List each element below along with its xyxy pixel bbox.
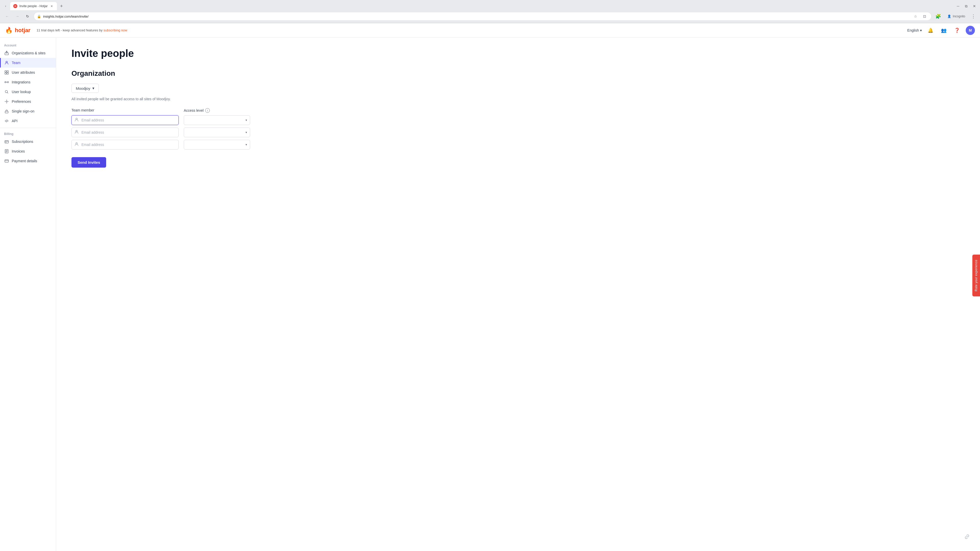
- svg-rect-6: [5, 73, 6, 74]
- user-lookup-label: User lookup: [12, 90, 31, 94]
- organizations-label: Organizations & sites: [12, 51, 45, 55]
- organization-dropdown[interactable]: Moodjoy ▾: [72, 84, 99, 93]
- share-link-button[interactable]: [964, 534, 970, 541]
- sidebar-divider: [0, 128, 56, 128]
- send-invites-button[interactable]: Send Invites: [72, 157, 106, 168]
- sidebar-item-subscriptions[interactable]: Subscriptions: [0, 137, 56, 146]
- sidebar-item-user-attributes[interactable]: User attributes: [0, 68, 56, 77]
- email-input-wrap-3: [72, 140, 179, 149]
- address-bar[interactable]: 🔒 insights.hotjar.com/team/invite/ ☆ ⊡: [34, 12, 932, 21]
- chevron-down-icon: ▾: [920, 28, 922, 32]
- invoices-label: Invoices: [12, 149, 25, 153]
- tab-bar: ‹ H Invite people - Hotjar ✕ + ─ ⧉ ✕: [0, 0, 980, 10]
- help-button[interactable]: ❓: [953, 26, 962, 35]
- svg-point-18: [76, 143, 77, 144]
- invite-row: Admin Member Viewer ▾: [72, 140, 250, 149]
- integrations-label: Integrations: [12, 80, 30, 84]
- subscribe-link[interactable]: subscribing now: [103, 28, 127, 32]
- sidebar-item-single-sign-on[interactable]: Single sign-on: [0, 106, 56, 116]
- header-actions: English ▾ 🔔 👥 ❓ M: [907, 26, 975, 35]
- svg-point-17: [76, 130, 77, 132]
- billing-section-label: Billing: [0, 130, 56, 137]
- svg-point-11: [6, 101, 7, 102]
- sidebar-item-organizations[interactable]: Organizations & sites: [0, 48, 56, 58]
- email-input-3[interactable]: [72, 140, 179, 149]
- subscriptions-label: Subscriptions: [12, 140, 33, 144]
- subscriptions-icon: [4, 139, 9, 144]
- svg-rect-15: [5, 160, 8, 162]
- lock-icon: 🔒: [37, 14, 41, 18]
- invoices-icon: [4, 149, 9, 154]
- tab-title: Invite people - Hotjar: [19, 4, 48, 8]
- email-input-wrap-1: [72, 115, 179, 125]
- svg-point-8: [5, 82, 6, 83]
- account-section-label: Account: [0, 41, 56, 48]
- chevron-down-icon: ▾: [92, 86, 94, 91]
- sidebar-item-user-lookup[interactable]: User lookup: [0, 87, 56, 97]
- access-level-select-3[interactable]: Admin Member Viewer: [184, 140, 250, 149]
- integrations-icon: [4, 79, 9, 85]
- organization-section-title: Organization: [72, 69, 965, 78]
- tab-close-button[interactable]: ✕: [50, 4, 54, 8]
- api-label: API: [12, 119, 18, 123]
- add-user-button[interactable]: 👥: [939, 26, 948, 35]
- organizations-icon: [4, 51, 9, 56]
- split-view-button[interactable]: ⊡: [921, 13, 928, 20]
- invite-table-header: Team member Access level i: [72, 108, 250, 113]
- svg-rect-2: [6, 51, 7, 52]
- access-select-wrap-3: Admin Member Viewer ▾: [184, 140, 250, 149]
- minimize-button[interactable]: ─: [955, 3, 962, 10]
- org-name: Moodjoy: [76, 86, 90, 91]
- sidebar-item-api[interactable]: API: [0, 116, 56, 126]
- bookmark-button[interactable]: ☆: [912, 13, 919, 20]
- app-header: 🔥 hotjar 11 trial days left - keep advan…: [0, 23, 980, 38]
- email-input-1[interactable]: [72, 115, 179, 125]
- email-input-2[interactable]: [72, 127, 179, 137]
- sidebar-item-preferences[interactable]: Preferences: [0, 97, 56, 106]
- hotjar-logo[interactable]: 🔥 hotjar: [5, 27, 30, 34]
- tab-group-arrow[interactable]: ‹: [2, 3, 9, 10]
- access-select-wrap-1: Admin Member Viewer ▾: [184, 115, 250, 125]
- new-tab-button[interactable]: +: [58, 3, 65, 10]
- svg-rect-7: [7, 73, 8, 74]
- sidebar: Account Organizations & sites: [0, 38, 56, 551]
- address-bar-row: ← → ↻ 🔒 insights.hotjar.com/team/invite/…: [0, 10, 980, 23]
- access-level-select-2[interactable]: Admin Member Viewer: [184, 127, 250, 137]
- user-lookup-icon: [4, 89, 9, 94]
- single-sign-on-icon: [4, 109, 9, 114]
- access-level-info-icon[interactable]: i: [205, 108, 210, 113]
- forward-button[interactable]: →: [13, 12, 21, 21]
- sidebar-item-integrations[interactable]: Integrations: [0, 77, 56, 87]
- more-options-button[interactable]: ⋮: [970, 13, 977, 20]
- svg-rect-12: [5, 111, 8, 113]
- email-person-icon-1: [75, 118, 79, 123]
- invite-row: Admin Member Viewer ▾: [72, 127, 250, 137]
- sidebar-scroll: Account Organizations & sites: [0, 41, 56, 551]
- payment-details-icon: [4, 159, 9, 164]
- notifications-button[interactable]: 🔔: [926, 26, 935, 35]
- refresh-button[interactable]: ↻: [24, 12, 32, 21]
- access-level-column-header: Access level i: [184, 108, 250, 113]
- svg-point-16: [76, 118, 77, 120]
- invite-table: Team member Access level i: [72, 108, 250, 168]
- email-input-wrap-2: [72, 127, 179, 137]
- language-selector[interactable]: English ▾: [907, 28, 922, 32]
- sidebar-item-invoices[interactable]: Invoices: [0, 146, 56, 156]
- close-button[interactable]: ✕: [971, 3, 978, 10]
- rate-experience-button[interactable]: Rate your experience: [972, 254, 980, 297]
- extensions-button[interactable]: 🧩: [934, 12, 943, 21]
- access-select-wrap-2: Admin Member Viewer ▾: [184, 127, 250, 137]
- url-display: insights.hotjar.com/team/invite/: [43, 14, 910, 18]
- page-title: Invite people: [72, 48, 965, 59]
- active-tab[interactable]: H Invite people - Hotjar ✕: [10, 2, 57, 10]
- user-avatar[interactable]: M: [966, 26, 975, 35]
- access-level-select-1[interactable]: Admin Member Viewer: [184, 115, 250, 125]
- back-button[interactable]: ←: [3, 12, 11, 21]
- sidebar-item-team[interactable]: Team: [0, 58, 56, 68]
- profile-button[interactable]: 👤 Incognito: [945, 14, 968, 19]
- invite-row: Admin Member Viewer ▾: [72, 115, 250, 125]
- maximize-button[interactable]: ⧉: [963, 3, 970, 10]
- language-label: English: [907, 28, 919, 32]
- sidebar-item-payment-details[interactable]: Payment details: [0, 156, 56, 166]
- svg-rect-5: [7, 71, 8, 72]
